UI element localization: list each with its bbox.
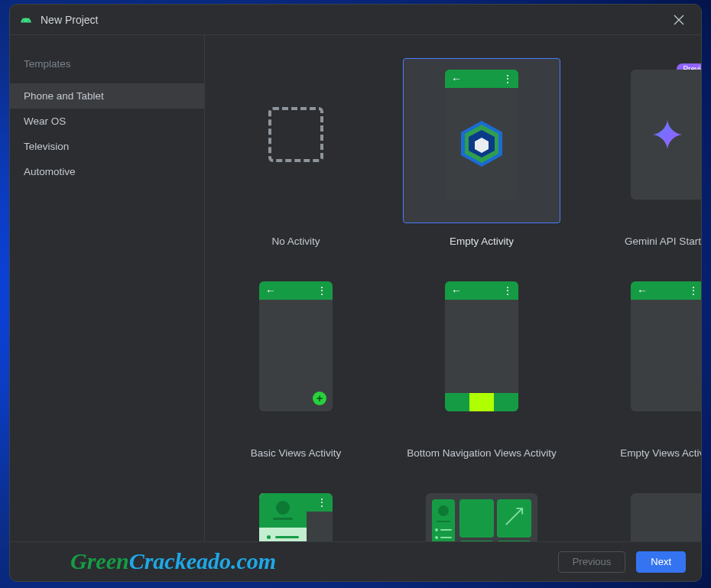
next-button[interactable]: Next [636,551,686,573]
android-logo-icon [21,16,31,24]
sidebar-header: Templates [10,58,204,83]
appbar-preview: ← ⋮ [445,70,518,88]
sparkle-icon [653,120,682,149]
back-arrow-icon: ← [451,73,462,84]
template-empty-views[interactable]: ←⋮ Empty Views Activity [584,270,701,459]
template-label: Empty Activity [450,236,514,247]
fab-icon: + [313,391,326,405]
close-button[interactable] [667,8,690,31]
bottom-nav-preview [445,393,518,411]
template-label: Bottom Navigation Views Activity [407,447,557,459]
template-nav-drawer-views[interactable]: ⋮ + [213,482,379,541]
sidebar-item-television[interactable]: Television [10,134,204,159]
template-gemini-api-starter[interactable]: Preview Gem [584,58,701,247]
nav-drawer-preview [259,493,307,541]
close-icon [674,15,684,25]
dialog-footer: Previous Next [10,541,701,581]
overflow-menu-icon: ⋮ [502,73,512,84]
template-label: No Activity [271,236,320,247]
previous-button: Previous [558,551,626,573]
template-responsive-views[interactable]: + Responsive Views Activity [379,482,584,541]
template-gallery: No Activity ← ⋮ [205,35,701,541]
dashed-placeholder-icon [268,107,323,162]
template-empty-activity[interactable]: ← ⋮ [379,58,584,247]
template-game-cpp[interactable]: Game Activity (C++) [584,482,701,541]
window-title: New Project [41,14,667,26]
dialog-body: Templates Phone and Tablet Wear OS Telev… [10,35,701,541]
template-bottom-nav-views[interactable]: ←⋮ Bottom Navigation Views Activity [379,270,584,459]
template-label: Empty Views Activity [620,447,701,459]
sidebar: Templates Phone and Tablet Wear OS Telev… [10,35,205,541]
template-basic-views[interactable]: ←⋮ + Basic Views Activity [213,270,379,459]
sidebar-item-phone-tablet[interactable]: Phone and Tablet [10,83,204,109]
template-label: Gemini API Starter [625,236,701,247]
sidebar-item-automotive[interactable]: Automotive [10,159,204,184]
sidebar-item-wear-os[interactable]: Wear OS [10,109,204,134]
jetpack-compose-icon [461,121,502,167]
titlebar: New Project [10,5,701,35]
template-no-activity[interactable]: No Activity [213,58,379,247]
new-project-dialog: New Project Templates Phone and Tablet W… [9,4,702,582]
template-label: Basic Views Activity [251,447,341,459]
responsive-preview: + [426,493,537,541]
